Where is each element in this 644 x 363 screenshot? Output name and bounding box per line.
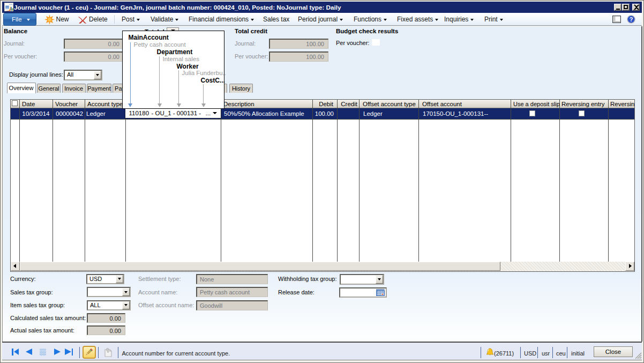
svg-text:?: ? xyxy=(630,16,633,23)
